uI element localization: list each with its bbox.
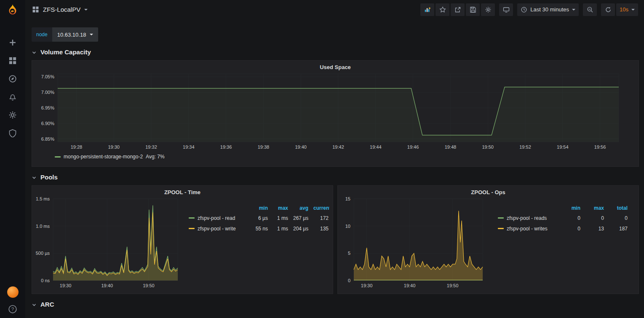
legend-avg-value: Avg: 7% [146,154,164,160]
save-button[interactable] [466,3,480,16]
legend-col-current[interactable]: current [313,205,329,211]
create-icon[interactable] [8,38,17,47]
legend-value-min: 0 [562,215,585,221]
series-swatch [189,217,195,219]
legend-header-row: min max avg current [189,203,329,213]
caret-down-icon[interactable] [84,9,88,11]
row-arc[interactable]: ARC [32,298,639,310]
alerting-icon[interactable] [8,92,17,102]
svg-text:0: 0 [348,278,350,283]
nav-sidebar: ? [0,0,25,318]
legend-series-name: zfspv-pool - writes [507,226,548,232]
legend-col-avg[interactable]: avg [293,205,313,211]
svg-text:?: ? [11,306,14,312]
svg-text:7.00%: 7.00% [41,90,54,95]
svg-text:19:50: 19:50 [482,144,494,150]
help-icon[interactable]: ? [8,305,17,314]
svg-text:19:50: 19:50 [143,283,155,288]
row-title: Pools [40,174,58,181]
svg-text:19:48: 19:48 [445,144,457,150]
svg-text:6.85%: 6.85% [41,136,54,142]
add-panel-button[interactable] [420,3,434,16]
plus-icon [429,7,430,9]
dashboards-icon[interactable] [8,56,17,65]
panel-zpool-time: ZPOOL - Time 1.5 ms1.0 ms500 µs0 ns19:30… [32,185,333,294]
legend-col-total[interactable]: total [609,205,633,211]
svg-text:19:40: 19:40 [295,144,307,150]
svg-text:19:44: 19:44 [370,144,382,150]
dashboard-settings-button[interactable] [481,3,495,16]
caret-down-icon [631,9,635,11]
time-range-button[interactable]: Last 30 minutes [517,3,579,16]
series-swatch [498,228,504,229]
legend-value-avg: 204 µs [293,226,313,232]
zoom-out-button[interactable] [583,3,597,16]
zpool-time-legend: min max avg current zfspv-pool - read 6 … [189,203,329,234]
svg-text:15: 15 [345,196,350,201]
legend-row-read: zfspv-pool - read 6 µs 1 ms 267 µs 172 [189,213,329,223]
share-button[interactable] [451,3,465,16]
svg-text:10: 10 [345,224,350,229]
svg-text:19:28: 19:28 [71,144,83,150]
svg-text:5: 5 [348,251,350,256]
legend-value-current: 135 [313,226,329,232]
series-swatch [189,228,195,229]
legend-row-reads: zfspv-pool - reads 0 0 0 [498,213,634,223]
legend-value-max: 1 ms [273,215,293,221]
variable-value: 10.63.10.18 [57,32,86,38]
row-volume-capacity[interactable]: Volume Capacity [32,46,639,58]
user-avatar[interactable] [7,286,19,298]
legend-value-min: 6 µs [253,215,273,221]
navbar: ZFS-LocalPV [25,0,644,19]
svg-text:19:30: 19:30 [60,283,72,288]
legend-col-max[interactable]: max [585,205,609,211]
legend-col-min[interactable]: min [562,205,585,211]
legend-value-max: 0 [585,215,609,221]
legend-col-max[interactable]: max [273,205,293,211]
svg-text:19:30: 19:30 [108,144,120,150]
svg-text:19:40: 19:40 [404,283,416,288]
svg-text:500 µs: 500 µs [36,251,50,256]
zpool-time-chart[interactable]: 1.5 ms1.0 ms500 µs0 ns19:3019:4019:50 [33,196,181,291]
legend-col-min[interactable]: min [253,205,273,211]
panel-title[interactable]: ZPOOL - Time [32,186,333,196]
star-button[interactable] [436,3,449,16]
legend-value-total: 0 [609,215,633,221]
variable-value-dropdown[interactable]: 10.63.10.18 [52,27,99,42]
zpool-ops-chart[interactable]: 15105019:3019:4019:50 [339,196,487,291]
panel-title[interactable]: Used Space [32,61,639,71]
svg-text:19:38: 19:38 [258,144,270,150]
template-variable-node: node 10.63.10.18 [32,27,98,42]
svg-text:1.0 ms: 1.0 ms [36,224,50,229]
panel-title[interactable]: ZPOOL - Ops [338,186,639,196]
row-title: ARC [40,301,54,308]
legend-series-name: zfspv-pool - write [198,226,236,232]
panel-zpool-ops: ZPOOL - Ops 15105019:3019:4019:50 min ma… [337,185,639,294]
legend-header-row: min max total [498,203,634,213]
refresh-button[interactable] [601,3,615,16]
svg-text:19:30: 19:30 [361,283,373,288]
grafana-logo-icon[interactable] [5,3,20,18]
configuration-icon[interactable] [8,110,17,120]
row-pools[interactable]: Pools [32,171,639,183]
legend-row-writes: zfspv-pool - writes 0 13 187 [498,223,634,234]
caret-down-icon [90,34,93,35]
cycle-view-button[interactable] [499,3,513,16]
series-swatch [498,217,504,219]
refresh-interval-button[interactable]: 10s [616,3,638,16]
explore-icon[interactable] [8,74,17,83]
server-admin-icon[interactable] [8,128,17,138]
chevron-down-icon [32,49,37,54]
legend-value-total: 187 [609,226,633,232]
dashboard-squares-icon [32,6,39,13]
legend-series-name[interactable]: mongo-persistent-storage-mongo-2 [64,154,143,160]
zpool-ops-legend: min max total zfspv-pool - reads 0 0 0 z… [498,203,634,234]
svg-text:6.90%: 6.90% [41,121,54,126]
dashboard-content: node 10.63.10.18 Volume Capacity Used Sp… [25,19,644,318]
svg-text:19:50: 19:50 [447,283,459,288]
legend-row-write: zfspv-pool - write 55 ns 1 ms 204 µs 135 [189,223,329,234]
chevron-down-icon [32,302,37,307]
used-space-chart[interactable]: 7.05%7.00%6.95%6.90%6.85%19:2819:3019:32… [34,71,636,153]
panel-used-space: Used Space 7.05%7.00%6.95%6.90%6.85%19:2… [32,60,639,167]
dashboard-title[interactable]: ZFS-LocalPV [43,6,80,13]
